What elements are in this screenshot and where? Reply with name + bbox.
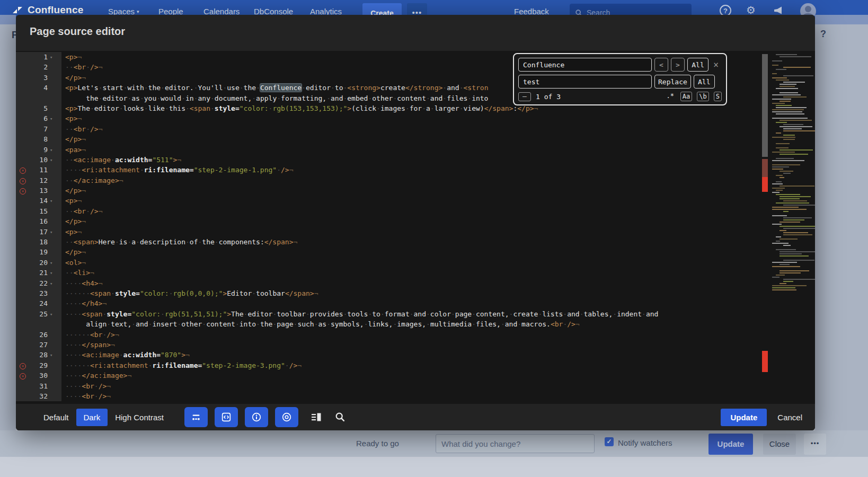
fold-icon[interactable]: ▾ (50, 270, 52, 276)
gutter: 1▾ (16, 52, 61, 62)
code-line[interactable]: ✕29······<ri:attachment·ri:filename="ste… (16, 360, 815, 370)
code-line[interactable]: 24····</h4>¬ (16, 298, 815, 308)
code-line[interactable]: 32····<br·/>¬ (16, 391, 815, 401)
scroll-error-marker (762, 159, 768, 177)
gutter: 21▾ (16, 268, 61, 278)
theme-high-contrast-button[interactable]: High Contrast (108, 409, 171, 426)
code-line[interactable]: 22▾····<h4>¬ (16, 278, 815, 288)
version-comment-input[interactable] (436, 434, 595, 453)
code-line[interactable]: 8</p>¬ (16, 134, 815, 144)
gutter: 4 (16, 83, 61, 93)
code-tags-button[interactable] (215, 407, 238, 427)
find-all-button[interactable]: All (687, 58, 708, 72)
fold-icon[interactable]: ▾ (50, 157, 52, 163)
line-number: 6 (30, 113, 48, 123)
code-line[interactable]: 18··<span>Here·is·a·description·of·the·c… (16, 237, 815, 247)
minimap-toggle-button[interactable] (310, 411, 323, 423)
code-line[interactable]: 20▾<ol>¬ (16, 258, 815, 268)
code-line[interactable]: 7··<br·/>¬ (16, 124, 815, 134)
line-number: 16 (30, 216, 48, 226)
gutter (16, 93, 61, 103)
code-line[interactable]: 28▾····<ac:image·ac:width="870">¬ (16, 350, 815, 360)
page-more-button[interactable]: ••• (804, 434, 826, 455)
gutter: 7 (16, 124, 61, 134)
find-input[interactable] (518, 58, 652, 72)
selection-toggle[interactable]: S (714, 92, 722, 101)
code-line[interactable]: 27····</span>¬ (16, 340, 815, 350)
code-line[interactable]: 14▾<p>¬ (16, 196, 815, 206)
code-line[interactable]: 19</p>¬ (16, 247, 815, 257)
code-line-wrap[interactable]: align·text,·and·insert·other·content·int… (16, 319, 815, 329)
code-line[interactable]: ✕13</p>¬ (16, 186, 815, 196)
code-line[interactable]: 26······<br·/>¬ (16, 330, 815, 340)
code-line[interactable]: 17▾<p>¬ (16, 227, 815, 237)
gutter: 24 (16, 298, 61, 308)
fold-icon[interactable]: ▾ (50, 116, 52, 121)
gutter: 16 (16, 216, 61, 226)
code-line[interactable]: ✕30····</ac:image>¬ (16, 370, 815, 381)
gutter: ✕29 (16, 360, 61, 370)
error-icon: ✕ (20, 188, 26, 195)
code-line[interactable]: 21▾··<li>¬ (16, 268, 815, 278)
gutter: 22▾ (16, 278, 61, 288)
gutter: 32 (16, 391, 61, 401)
code-line[interactable]: 23······<span·style="color:·rgb(0,0,0);"… (16, 288, 815, 298)
replace-button[interactable]: Replace (654, 75, 691, 89)
fold-icon[interactable]: ▾ (50, 352, 52, 358)
fold-icon[interactable]: ▾ (50, 281, 52, 286)
page-update-button[interactable]: Update (708, 434, 753, 455)
gutter: 27 (16, 340, 61, 350)
code-line[interactable]: 10▾··<ac:image·ac:width="511">¬ (16, 155, 815, 165)
gutter: 19 (16, 247, 61, 257)
whole-word-toggle[interactable]: \b (697, 92, 708, 101)
gutter: 25▾ (16, 309, 61, 319)
line-number: 19 (30, 247, 48, 257)
wrap-lines-button[interactable] (184, 407, 208, 427)
code-line[interactable]: 16</p>¬ (16, 216, 815, 226)
case-sensitive-toggle[interactable]: Aa (680, 92, 692, 101)
error-icon: ✕ (20, 178, 26, 184)
scroll-error-marker (762, 351, 768, 372)
line-number: 20 (30, 258, 48, 268)
update-button[interactable]: Update (721, 409, 767, 426)
fold-icon[interactable]: ▾ (50, 229, 52, 235)
code-line[interactable]: ✕11····<ri:attachment·ri:filename="step-… (16, 165, 815, 175)
code-line[interactable]: 9▾<pa>¬ (16, 145, 815, 155)
replace-input[interactable] (518, 75, 652, 89)
fold-icon[interactable]: ▾ (50, 55, 52, 60)
line-number: 4 (30, 83, 48, 93)
info-button[interactable] (245, 407, 268, 427)
find-previous-button[interactable]: < (654, 58, 668, 72)
collapse-search-button[interactable]: – (518, 92, 531, 101)
find-next-button[interactable]: > (671, 58, 685, 72)
code-line[interactable]: 25▾····<span·style="color:·rgb(51,51,51)… (16, 309, 815, 319)
code-line[interactable]: 31····<br·/>¬ (16, 381, 815, 391)
code-line[interactable]: ✕12··</ac:image>¬ (16, 175, 815, 186)
replace-all-button[interactable]: All (694, 75, 715, 89)
regex-toggle[interactable]: .* (665, 92, 675, 101)
gutter: ✕11 (16, 165, 61, 175)
code-line[interactable]: 15··<br·/>¬ (16, 206, 815, 216)
scrollbar-thumb[interactable] (762, 54, 768, 157)
editor-search-button[interactable] (334, 411, 346, 423)
editor-scrollbar[interactable] (762, 53, 768, 400)
notify-watchers-checkbox[interactable]: ✓ (605, 437, 614, 446)
minimap[interactable] (772, 54, 815, 398)
code-tags-icon (220, 411, 232, 423)
fold-icon[interactable]: ▾ (50, 147, 52, 153)
gutter: ✕30 (16, 370, 61, 381)
cancel-button[interactable]: Cancel (777, 413, 802, 422)
theme-default-button[interactable]: Default (36, 409, 76, 426)
confluence-logo[interactable]: Confluence (12, 4, 83, 16)
fold-icon[interactable]: ▾ (50, 260, 52, 266)
page-close-button[interactable]: Close (763, 434, 796, 455)
code-line[interactable]: 6▾<p>¬ (16, 113, 815, 123)
gutter: 20▾ (16, 258, 61, 268)
close-search-icon[interactable]: × (713, 59, 719, 70)
fold-icon[interactable]: ▾ (50, 312, 52, 317)
gutter: 31 (16, 381, 61, 391)
theme-dark-button[interactable]: Dark (76, 409, 108, 426)
minimap-toggle-icon (310, 411, 323, 423)
preview-button[interactable] (275, 407, 298, 427)
fold-icon[interactable]: ▾ (50, 198, 52, 204)
